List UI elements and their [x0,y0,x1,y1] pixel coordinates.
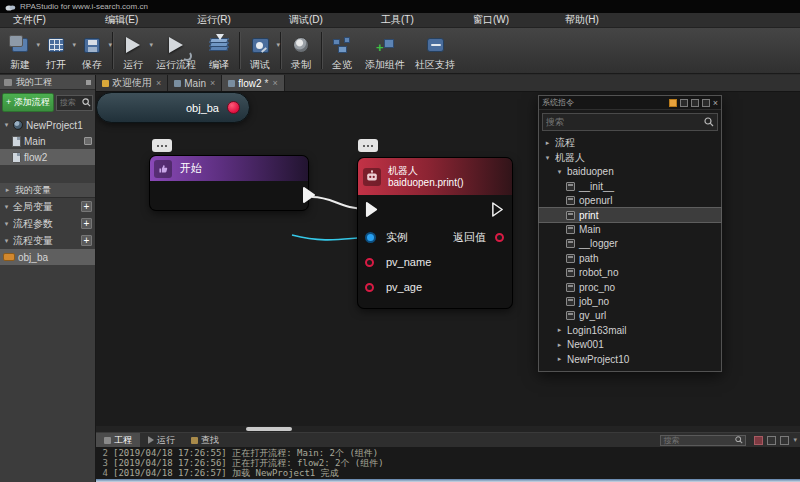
palette-item-job-no[interactable]: job_no [539,294,721,308]
scrollbar-thumb[interactable] [246,427,292,431]
add-component-button[interactable]: + 添加组件 [360,29,410,72]
expand-arrow-icon[interactable]: ▾ [3,121,10,129]
palette-item-proc-no[interactable]: proc_no [539,280,721,294]
palette-view-toggle-button[interactable] [669,99,677,107]
menu-debug[interactable]: 调试(D) [276,13,368,27]
overview-button[interactable]: 全览 [324,29,360,72]
pv-name-input-port[interactable] [365,258,374,267]
project-tree-item-newproject1[interactable]: ▾ NewProject1 [0,117,95,133]
run-button[interactable]: 运行 ▾ [115,29,151,72]
tab-flow2[interactable]: flow2 * × [222,75,285,91]
palette-item-baiduopen[interactable]: ▾ baiduopen [539,165,721,179]
menu-help[interactable]: 帮助(H) [552,13,644,27]
instance-input-port[interactable] [365,232,376,243]
search-icon[interactable] [704,117,714,127]
exec-input-port[interactable] [365,202,378,217]
variable-node-obj-ba[interactable]: obj_ba [96,92,250,123]
menu-tools[interactable]: 工具(T) [368,13,460,27]
return-output-port[interactable] [495,233,504,242]
expand-arrow-icon[interactable]: ▾ [3,237,10,245]
pv-age-input-port[interactable] [365,283,374,292]
copy-log-icon[interactable] [767,436,776,445]
palette-item-logger[interactable]: __logger [539,237,721,251]
close-icon[interactable]: × [210,78,215,88]
menu-window[interactable]: 窗口(W) [460,13,552,27]
palette-item-robot-no[interactable]: robot_no [539,266,721,280]
palette-item-new001[interactable]: ▸ New001 [539,337,721,351]
variables-group-global[interactable]: ▾ 全局变量 + [0,198,95,215]
palette-item-main[interactable]: Main [539,222,721,236]
expand-arrow-icon[interactable]: ▸ [556,326,563,334]
flow-canvas[interactable]: 开始 obj_ba [96,92,800,432]
palette-item-path[interactable]: path [539,251,721,265]
project-tree-item-main[interactable]: Main [0,133,95,149]
menu-run[interactable]: 运行(R) [184,13,276,27]
compile-button[interactable]: 编译 [201,29,237,72]
menu-file[interactable]: 文件(F) [0,13,92,27]
console-tab-run[interactable]: 运行 [140,433,183,447]
palette-item-login163mail[interactable]: ▸ Login163mail [539,323,721,337]
debug-dropdown-icon[interactable]: ▾ [276,41,280,49]
record-button[interactable]: 录制 [283,29,319,72]
open-button[interactable]: 打开 ▾ [38,29,74,72]
expand-arrow-icon[interactable]: ▸ [544,139,551,147]
comment-bubble-icon[interactable] [358,139,378,152]
add-global-variable-button[interactable]: + [81,201,92,212]
tab-main[interactable]: Main × [168,75,222,91]
pin-icon[interactable] [86,80,91,85]
add-flow-button[interactable]: + 添加流程 [2,93,54,112]
save-dropdown-icon[interactable]: ▾ [108,41,112,49]
add-flow-variable-button[interactable]: + [81,235,92,246]
project-search-input[interactable] [60,98,82,107]
expand-arrow-icon[interactable]: ▾ [3,220,10,228]
variables-group-flow[interactable]: ▾ 流程变量 + [0,232,95,249]
canvas-horizontal-scrollbar[interactable] [96,426,800,432]
dock-right-icon[interactable] [691,99,699,107]
expand-arrow-icon[interactable]: ▾ [544,154,551,162]
float-window-icon[interactable] [702,99,710,107]
variable-item-obj-ba[interactable]: obj_ba [0,249,95,265]
add-flow-param-button[interactable]: + [81,218,92,229]
variables-group-params[interactable]: ▾ 流程参数 + [0,215,95,232]
console-tab-project[interactable]: 工程 [96,433,140,447]
close-icon[interactable]: × [713,99,718,107]
expand-arrow-icon[interactable]: ▸ [556,341,563,349]
start-node[interactable]: 开始 [150,156,308,210]
close-icon[interactable]: × [272,78,277,88]
tab-welcome[interactable]: 欢迎使用 × [96,75,168,91]
run-flow-button[interactable]: 运行流程 [151,29,201,72]
variable-output-port[interactable] [227,101,240,114]
palette-item-openurl[interactable]: openurl [539,194,721,208]
palette-item-flow[interactable]: ▸ 流程 [539,136,721,150]
exec-output-port[interactable] [302,187,316,203]
community-button[interactable]: 社区支持 [410,29,460,72]
dock-left-icon[interactable] [680,99,688,107]
expand-arrow-icon[interactable]: ▾ [3,203,10,211]
variables-arrow-icon[interactable]: ▸ [4,186,11,194]
search-icon[interactable] [735,436,743,444]
log-output[interactable]: 2 [2019/04/18 17:26:55] 正在打开流程: Main: 2个… [96,447,800,479]
clear-log-icon[interactable] [754,436,763,445]
console-search-input[interactable] [663,436,735,445]
project-tree-item-flow2[interactable]: flow2 [0,149,95,165]
palette-item-robot[interactable]: ▾ 机器人 [539,150,721,164]
expand-arrow-icon[interactable]: ▸ [556,355,563,363]
more-options-icon[interactable]: ▾ [793,436,797,444]
comment-bubble-icon[interactable] [152,139,172,152]
save-button[interactable]: 保存 ▾ [74,29,110,72]
console-tab-find[interactable]: 查找 [183,433,227,447]
menu-edit[interactable]: 编辑(E) [92,13,184,27]
search-icon[interactable] [82,98,91,107]
close-icon[interactable]: × [156,78,161,88]
debug-button[interactable]: 调试 ▾ [242,29,278,72]
new-button[interactable]: 新建 ▾ [2,29,38,72]
palette-item-gv-url[interactable]: gv_url [539,309,721,323]
exec-output-port[interactable] [491,202,504,217]
palette-item-newproject10[interactable]: ▸ NewProject10 [539,352,721,366]
open-log-window-icon[interactable] [780,436,789,445]
palette-item-print[interactable]: print [539,208,721,222]
palette-item-init[interactable]: __init__ [539,179,721,193]
palette-search-input[interactable] [546,117,704,127]
expand-arrow-icon[interactable]: ▾ [556,168,563,176]
robot-node[interactable]: 机器人 baiduopen.print() 实例 返回值 [358,158,512,308]
